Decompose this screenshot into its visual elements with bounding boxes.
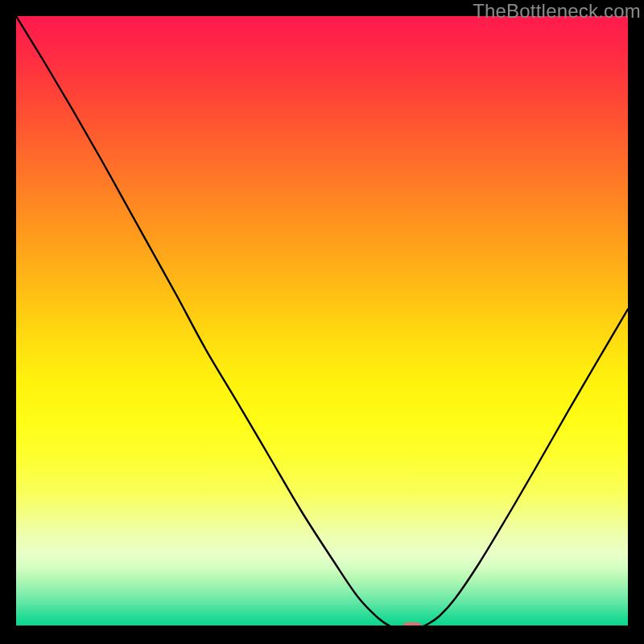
watermark-text: TheBottleneck.com: [473, 0, 641, 23]
curve-svg: [16, 16, 628, 628]
bottleneck-curve: [16, 16, 628, 628]
x-axis-baseline: [16, 625, 628, 628]
plot-area: [16, 16, 628, 628]
chart-frame: TheBottleneck.com: [0, 0, 644, 644]
